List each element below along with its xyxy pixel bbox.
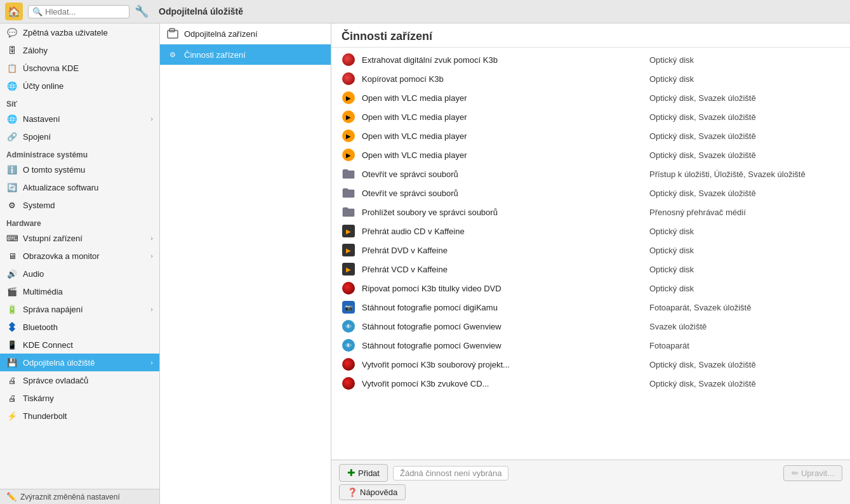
activity-icon: 👁 bbox=[342, 338, 355, 352]
activity-name: Prohlížet soubory ve správci souborů bbox=[362, 208, 643, 217]
activity-row[interactable]: ▶Open with VLC media playerOptický disk,… bbox=[331, 145, 850, 164]
sidebar-item-removable-storage[interactable]: 💾 Odpojitelná úložiště › bbox=[0, 354, 159, 371]
activity-type: Přenosný přehrávač médií bbox=[649, 208, 840, 217]
home-icon: 🏠 bbox=[8, 6, 20, 18]
sidebar-item-online-accounts[interactable]: 🌐 Účty online bbox=[0, 77, 159, 95]
sidebar-item-backups[interactable]: 🗄 Zálohy bbox=[0, 41, 159, 59]
activity-name: Stáhnout fotografie pomocí Gwenview bbox=[362, 341, 643, 350]
activity-icon bbox=[342, 281, 355, 295]
home-button[interactable]: 🏠 bbox=[5, 3, 23, 20]
activity-icon bbox=[342, 205, 355, 219]
activity-row[interactable]: ▶Přehrát VCD v KaffeineOptický disk bbox=[331, 260, 850, 279]
audio-icon: 🔊 bbox=[6, 268, 18, 279]
activity-type: Fotoaparát, Svazek úložiště bbox=[649, 303, 840, 312]
activity-row[interactable]: 📷Stáhnout fotografie pomocí digiKamuFoto… bbox=[331, 298, 850, 317]
center-item-label: Činnosti zařízení bbox=[184, 50, 246, 60]
chevron-right-icon: › bbox=[150, 305, 153, 313]
activity-row[interactable]: Vytvořit pomocí K3b souborový projekt...… bbox=[331, 355, 850, 374]
drivers-icon: 🖨 bbox=[6, 375, 18, 386]
sidebar-item-feedback[interactable]: 💬 Zpětná vazba uživatele bbox=[0, 23, 159, 41]
edit-button[interactable]: ✏ Upravit... bbox=[783, 465, 842, 481]
footer-bar: ✏️ Zvýraznit změněná nastavení bbox=[0, 489, 159, 504]
activity-row[interactable]: Otevřít ve správci souborůPřístup k úlož… bbox=[331, 164, 850, 183]
add-icon: ✚ bbox=[347, 467, 355, 479]
activity-row[interactable]: Kopírovat pomocí K3bOptický disk bbox=[331, 69, 850, 88]
activity-name: Přehrát VCD v Kaffeine bbox=[362, 265, 643, 274]
activity-row[interactable]: Prohlížet soubory ve správci souborůPřen… bbox=[331, 202, 850, 222]
about-icon: ℹ️ bbox=[6, 164, 18, 175]
search-box[interactable]: 🔍 bbox=[28, 5, 129, 18]
sidebar-item-thunderbolt[interactable]: ⚡ Thunderbolt bbox=[0, 407, 159, 425]
activity-row[interactable]: Otevřít ve správci souborůOptický disk, … bbox=[331, 183, 850, 202]
edit-label: Upravit... bbox=[801, 468, 834, 478]
activity-icon bbox=[342, 167, 355, 181]
activity-row[interactable]: 👁Stáhnout fotografie pomocí GwenviewSvaz… bbox=[331, 317, 850, 336]
kde-connect-icon: 📱 bbox=[6, 339, 18, 350]
sidebar-item-connections[interactable]: 🔗 Spojení bbox=[0, 128, 159, 145]
activity-row[interactable]: ▶Open with VLC media playerOptický disk,… bbox=[331, 88, 850, 107]
sidebar-item-input-devices[interactable]: ⌨ Vstupní zařízení › bbox=[0, 229, 159, 247]
activity-row[interactable]: Ripovat pomocí K3b titulky video DVDOpti… bbox=[331, 279, 850, 298]
activity-type: Optický disk bbox=[649, 265, 840, 274]
sidebar-item-bluetooth[interactable]: Bluetooth bbox=[0, 318, 159, 336]
sidebar-item-audio[interactable]: 🔊 Audio bbox=[0, 265, 159, 282]
removable-icon: 💾 bbox=[6, 357, 18, 368]
sidebar-item-label: Zpětná vazba uživatele bbox=[23, 28, 108, 37]
sidebar-item-systemd[interactable]: ⚙ Systemd bbox=[0, 196, 159, 214]
activity-row[interactable]: ▶Open with VLC media playerOptický disk,… bbox=[331, 126, 850, 145]
activity-icon: ▶ bbox=[342, 91, 355, 105]
activity-icon: ▶ bbox=[342, 243, 355, 257]
center-item-removable-devices[interactable]: Odpojitelná zařízení bbox=[160, 23, 331, 44]
systemd-icon: ⚙ bbox=[6, 199, 18, 211]
activity-name: Kopírovat pomocí K3b bbox=[362, 74, 643, 84]
sidebar-item-label: Spojení bbox=[23, 132, 51, 142]
center-item-device-activities[interactable]: ⚙ Činnosti zařízení bbox=[160, 44, 331, 65]
sidebar-item-drivers[interactable]: 🖨 Správce ovladačů bbox=[0, 371, 159, 389]
activity-type: Optický disk bbox=[649, 55, 840, 65]
sidebar-item-printers[interactable]: 🖨 Tiskárny bbox=[0, 389, 159, 407]
removable-devices-icon bbox=[166, 27, 179, 40]
sidebar-item-kde-vault[interactable]: 📋 Úschovna KDE bbox=[0, 59, 159, 77]
activity-row[interactable]: 👁Stáhnout fotografie pomocí GwenviewFoto… bbox=[331, 336, 850, 355]
sidebar-item-display[interactable]: 🖥 Obrazovka a monitor › bbox=[0, 247, 159, 265]
section-label-admin: Administrace systému bbox=[0, 145, 159, 161]
search-input[interactable] bbox=[45, 7, 128, 17]
activity-row[interactable]: ▶Přehrát DVD v KaffeineOptický disk bbox=[331, 241, 850, 260]
sidebar-item-label: Bluetooth bbox=[23, 322, 58, 332]
activity-icon: ▶ bbox=[342, 224, 355, 238]
sidebar-item-label: Aktualizace softwaru bbox=[23, 183, 98, 192]
sidebar-item-label: O tomto systému bbox=[23, 165, 85, 175]
sidebar-item-power-management[interactable]: 🔋 Správa napájení › bbox=[0, 300, 159, 318]
chevron-right-icon: › bbox=[150, 115, 153, 123]
activity-name: Open with VLC media player bbox=[362, 112, 643, 122]
activity-name: Otevřít ve správci souborů bbox=[362, 169, 643, 179]
wrench-icon[interactable]: 🔧 bbox=[135, 4, 149, 18]
activity-type: Optický disk, Svazek úložiště bbox=[649, 189, 840, 198]
activity-type: Optický disk, Svazek úložiště bbox=[649, 131, 840, 141]
activity-type: Optický disk, Svazek úložiště bbox=[649, 93, 840, 103]
sidebar-item-multimedia[interactable]: 🎬 Multimédia bbox=[0, 282, 159, 300]
display-icon: 🖥 bbox=[6, 250, 18, 262]
activity-name: Open with VLC media player bbox=[362, 150, 643, 160]
sidebar-item-label: Thunderbolt bbox=[23, 411, 67, 421]
activity-type: Svazek úložiště bbox=[649, 322, 840, 331]
sidebar-item-software-updates[interactable]: 🔄 Aktualizace softwaru bbox=[0, 178, 159, 196]
activity-row[interactable]: Vytvořit pomocí K3b zvukové CD...Optický… bbox=[331, 374, 850, 393]
activity-row[interactable]: ▶Přehrát audio CD v KaffeineOptický disk bbox=[331, 222, 850, 241]
help-button[interactable]: ❓ Nápověda bbox=[339, 484, 406, 500]
connections-icon: 🔗 bbox=[6, 131, 18, 142]
activity-name: Přehrát audio CD v Kaffeine bbox=[362, 227, 643, 236]
activity-row[interactable]: ▶Open with VLC media playerOptický disk,… bbox=[331, 107, 850, 126]
add-button[interactable]: ✚ Přidat bbox=[339, 464, 388, 482]
activity-name: Otevřít ve správci souborů bbox=[362, 189, 643, 198]
sidebar-item-network-settings[interactable]: 🌐 Nastavení › bbox=[0, 110, 159, 128]
sidebar-item-about-system[interactable]: ℹ️ O tomto systému bbox=[0, 161, 159, 178]
feedback-icon: 💬 bbox=[6, 27, 18, 38]
activity-type: Přístup k úložišti, Úložiště, Svazek úlo… bbox=[649, 169, 840, 179]
activity-icon: ▶ bbox=[342, 110, 355, 124]
sidebar-item-kde-connect[interactable]: 📱 KDE Connect bbox=[0, 336, 159, 354]
activity-row[interactable]: Extrahovat digitální zvuk pomocí K3bOpti… bbox=[331, 50, 850, 69]
top-bar: 🏠 🔍 🔧 Odpojitelná úložiště bbox=[0, 0, 850, 23]
activity-name: Ripovat pomocí K3b titulky video DVD bbox=[362, 284, 643, 293]
input-icon: ⌨ bbox=[6, 232, 18, 244]
